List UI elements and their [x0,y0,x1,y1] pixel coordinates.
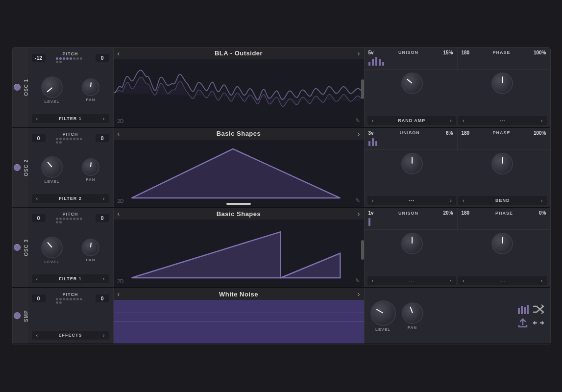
osc2-rf-prev[interactable]: ‹ [461,197,466,203]
osc2-rf-next[interactable]: › [539,197,545,203]
osc2-unison-panel: 3v UNISON 6% 180 PHASE 100% [364,128,550,207]
osc3-uf-prev[interactable]: ‹ [370,278,376,284]
smp-pitch-right[interactable]: 0 [96,294,109,302]
osc1-pan-knob[interactable] [82,78,99,96]
osc2-pitch-left[interactable]: 0 [32,134,46,142]
osc2-waveform-svg [114,140,364,207]
osc3-unison-knob2[interactable] [491,233,513,254]
pitch-dot [66,57,69,60]
smp-right-panel: LEVEL PAN [364,288,550,343]
osc2-uf-prev[interactable]: ‹ [370,197,376,203]
osc1-uf-next[interactable]: › [448,118,454,123]
pitch-dot [59,298,62,300]
smp-label: SMP [12,288,28,343]
osc3-unison-knob1[interactable] [401,233,423,254]
osc1-rand-amp-knob[interactable] [401,73,423,94]
osc3-unison-knob1-wrapper [401,233,423,271]
osc3-pan-label: PAN [86,258,95,262]
osc1-phase-knob[interactable] [491,73,513,94]
osc2-phase-pct: 100% [534,130,546,136]
osc3-filter-next[interactable]: › [101,276,107,282]
osc1-scrollbar[interactable] [361,59,364,127]
osc3-wave-prev[interactable]: ‹ [118,210,120,218]
osc1-rf-prev[interactable]: ‹ [461,118,466,123]
osc1-filter-prev[interactable]: ‹ [34,116,40,122]
osc3-active-dot[interactable] [14,244,21,251]
osc3-controls: 0 PITCH 0 [28,208,114,287]
osc3-level-knob[interactable] [41,237,63,258]
smp-pan-knob[interactable] [402,302,423,324]
osc2-pitch-row: 0 PITCH 0 [32,132,109,145]
osc3-pan-knob[interactable] [82,239,99,256]
osc2-wave-canvas[interactable]: 2D ✎ [114,140,364,207]
osc3-filter-row: ‹ FILTER 1 › [32,274,109,283]
osc3-pitch-right[interactable]: 0 [96,214,109,222]
osc2-active-dot[interactable] [14,164,21,171]
osc3-uf-next[interactable]: › [448,278,454,284]
osc2-filter-prev[interactable]: ‹ [34,196,40,201]
osc1-pitch-right[interactable]: 0 [96,54,109,62]
pitch-dot [56,61,58,63]
osc2-pan-knob[interactable] [82,158,99,176]
osc3-unison-panel: 1v UNISON 20% 180 PHASE 0% [364,208,550,287]
osc2-wave-title: Basic Shapes [217,130,261,137]
smp-wave-prev[interactable]: ‹ [118,290,120,298]
osc2-uf-next[interactable]: › [448,197,454,203]
osc1-right-filter-label: --- [466,118,539,123]
osc2-filter-label: FILTER 2 [40,196,101,201]
osc3-unison-title: UNISON [398,211,418,216]
osc1-level-knob[interactable] [41,76,63,98]
pitch-dot [76,298,79,300]
osc1-unison-header: 5v UNISON 15% [368,50,453,55]
smp-wave-canvas[interactable] [114,300,364,343]
osc1-wave-edit-icon[interactable]: ✎ [355,117,360,124]
smp-pitch-left[interactable]: 0 [32,294,46,302]
osc2-level-knob[interactable] [41,156,63,178]
smp-filter-next[interactable]: › [101,332,107,338]
smp-export-icon[interactable] [517,318,529,328]
smp-filter-prev[interactable]: ‹ [34,332,40,338]
osc3-wave-edit-icon[interactable]: ✎ [355,277,360,284]
osc3-filter-prev[interactable]: ‹ [34,276,40,282]
osc1-phase-header: 180 PHASE 100% [462,50,546,55]
osc2-left-filter-label: --- [375,198,448,203]
osc3-rf-prev[interactable]: ‹ [461,278,466,284]
osc1-filter-next[interactable]: › [101,116,107,122]
osc2-pitch-right[interactable]: 0 [96,134,109,142]
osc2-wave-prev[interactable]: ‹ [118,130,120,138]
smp-shuffle-icon[interactable] [533,304,544,314]
osc2-pan-label: PAN [86,177,95,182]
smp-active-dot[interactable] [14,313,21,319]
osc1-rf-next[interactable]: › [539,118,545,123]
osc2-wave-next[interactable]: › [358,130,360,138]
osc3-wave-canvas[interactable]: 2D ✎ [114,220,364,287]
osc2-unison-knob1[interactable] [401,153,423,174]
osc3-wave-next[interactable]: › [358,210,360,218]
osc3-rf-next[interactable]: › [539,278,545,284]
osc1-active-dot[interactable] [14,84,21,91]
osc1-wave-next[interactable]: › [358,49,360,57]
osc1-wave-canvas[interactable]: 2D ✎ [114,59,364,127]
osc3-scrollbar[interactable] [361,220,364,287]
osc1-uf-prev[interactable]: ‹ [370,118,376,123]
osc2-unison-knob2[interactable] [491,153,513,174]
osc3-pitch-left[interactable]: 0 [32,214,46,222]
smp-wave-next[interactable]: › [358,290,360,298]
osc3-right-filter-label: --- [466,278,539,283]
osc3-unison-section: 1v UNISON 20% [365,208,458,229]
osc2-unison-title: UNISON [400,130,420,135]
osc1-wave-prev[interactable]: ‹ [118,49,120,57]
pitch-dot [56,138,58,140]
osc1-pitch-left[interactable]: -12 [32,54,46,62]
osc1-filter-label: FILTER 1 [40,116,101,121]
osc2-phase-header: 180 PHASE 100% [462,130,546,136]
osc2-wave-edit-icon[interactable]: ✎ [355,197,360,204]
smp-loop-icon[interactable] [533,318,544,328]
osc3-phase-header: 180 PHASE 0% [462,210,546,216]
smp-pitch-dots [56,298,85,304]
pitch-dot [66,218,69,220]
osc1-unison-title: UNISON [398,50,418,55]
smp-bars-icon[interactable] [517,304,529,314]
osc2-filter-next[interactable]: › [101,196,107,201]
smp-level-knob[interactable] [370,300,396,326]
